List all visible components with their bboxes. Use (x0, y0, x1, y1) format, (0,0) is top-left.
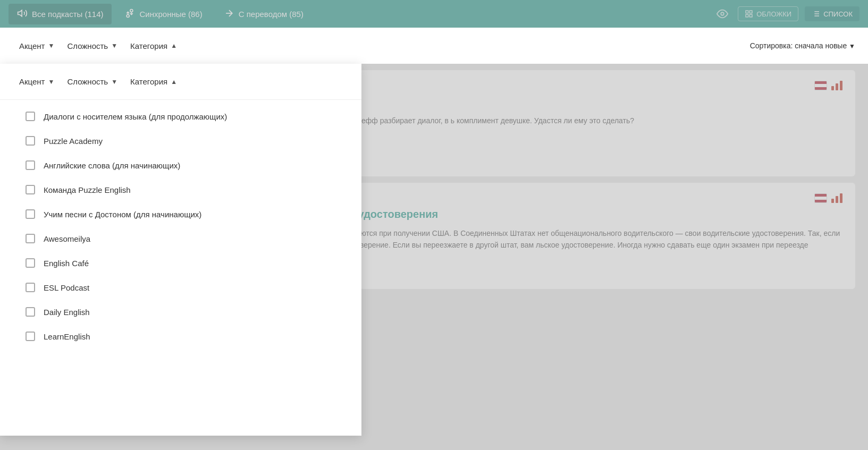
checkbox-words[interactable] (26, 160, 35, 170)
accent-chevron-icon: ▼ (48, 42, 55, 49)
category-item-esl-podcast[interactable]: ESL Podcast (0, 275, 361, 300)
category-item-awesomeilya[interactable]: Awesomeilya (0, 226, 361, 251)
us-flag-icon-2 (814, 193, 827, 203)
level-bars-1 (831, 81, 842, 90)
category-daily-english-label: Daily English (44, 308, 90, 317)
sort-dropdown[interactable]: Сортировка: сначала новые ▼ (750, 41, 855, 50)
list-view-label: СПИСОК (823, 10, 853, 18)
category-item-words[interactable]: Английские слова (для начинающих) (0, 153, 361, 177)
dropdown-complexity-filter[interactable]: Сложность ▼ (61, 73, 124, 90)
filter-bar: Акцент ▼ Сложность ▼ Категория ▲ Сортиро… (0, 28, 868, 64)
category-songs-label: Учим песни с Достоном (для начинающих) (44, 210, 201, 219)
svg-rect-10 (750, 14, 753, 17)
svg-rect-8 (750, 11, 753, 13)
category-dropdown: Акцент ▼ Сложность ▼ Категория ▲ Диалоги… (0, 64, 361, 436)
covers-view-label: ОБЛОЖКИ (756, 10, 791, 18)
svg-point-2 (130, 9, 133, 12)
checkbox-team[interactable] (26, 185, 35, 194)
svg-point-1 (127, 14, 130, 17)
category-item-dialogs[interactable]: Диалоги с носителем языка (для продолжаю… (0, 104, 361, 129)
category-filter-label: Категория (130, 41, 167, 50)
dropdown-accent-filter[interactable]: Акцент ▼ (13, 73, 61, 90)
sort-label-text: Сортировка: сначала новые (750, 41, 847, 50)
category-words-label: Английские слова (для начинающих) (44, 161, 180, 170)
us-flag-icon-1 (814, 81, 827, 90)
nav-all-podcasts-label: Все подкасты (114) (32, 10, 103, 19)
main-content: Акцент ▼ Сложность ▼ Категория ▲ Диалоги… (0, 64, 868, 295)
sync-icon (124, 8, 135, 20)
svg-point-6 (721, 12, 724, 15)
dropdown-category-filter[interactable]: Категория ▲ (124, 73, 183, 90)
category-dialogs-label: Диалоги с носителем языка (для продолжаю… (44, 112, 227, 121)
dropdown-complexity-label: Сложность (67, 77, 108, 86)
nav-translated-podcasts-label: С переводом (85) (239, 10, 304, 19)
category-item-team[interactable]: Команда Puzzle English (0, 177, 361, 202)
top-navigation: Все подкасты (114) Синхронные (86) С пер… (0, 0, 868, 28)
category-item-english-cafe[interactable]: English Café (0, 251, 361, 275)
list-view-button[interactable]: СПИСОК (805, 6, 859, 21)
checkbox-awesomeilya[interactable] (26, 234, 35, 243)
nav-sync-podcasts[interactable]: Синхронные (86) (116, 4, 210, 24)
category-team-label: Команда Puzzle English (44, 185, 131, 194)
category-english-cafe-label: English Café (44, 259, 89, 268)
category-filter[interactable]: Категория ▲ (124, 37, 183, 55)
checkbox-esl-podcast[interactable] (26, 283, 35, 292)
dropdown-accent-label: Акцент (19, 77, 45, 86)
category-awesomeilya-label: Awesomeilya (44, 234, 90, 243)
category-puzzle-label: Puzzle Academy (44, 137, 103, 146)
dropdown-category-label: Категория (130, 77, 167, 86)
complexity-filter-label: Сложность (67, 41, 108, 50)
checkbox-songs[interactable] (26, 209, 35, 219)
category-learn-english-label: LearnEnglish (44, 332, 90, 341)
accent-filter[interactable]: Акцент ▼ (13, 37, 61, 55)
checkbox-english-cafe[interactable] (26, 258, 35, 268)
covers-view-button[interactable]: ОБЛОЖКИ (738, 6, 798, 21)
eye-icon-button[interactable] (713, 5, 731, 23)
dropdown-filter-header: Акцент ▼ Сложность ▼ Категория ▲ (0, 64, 361, 100)
checkbox-learn-english[interactable] (26, 332, 35, 341)
category-item-puzzle[interactable]: Puzzle Academy (0, 129, 361, 153)
checkbox-daily-english[interactable] (26, 307, 35, 317)
sort-chevron-icon: ▼ (849, 43, 855, 50)
view-controls: ОБЛОЖКИ СПИСОК (713, 5, 859, 23)
checkbox-puzzle[interactable] (26, 136, 35, 146)
svg-marker-0 (18, 10, 22, 16)
category-dropdown-items: Диалоги с носителем языка (для продолжаю… (0, 100, 361, 353)
nav-sync-podcasts-label: Синхронные (86) (139, 10, 202, 19)
level-bars-2 (831, 193, 842, 203)
category-item-songs[interactable]: Учим песни с Достоном (для начинающих) (0, 202, 361, 226)
category-esl-podcast-label: ESL Podcast (44, 283, 89, 292)
volume-icon (17, 8, 28, 20)
nav-translated-podcasts[interactable]: С переводом (85) (215, 4, 312, 24)
nav-all-podcasts[interactable]: Все подкасты (114) (9, 4, 112, 24)
translate-icon (224, 8, 234, 20)
category-item-learn-english[interactable]: LearnEnglish (0, 324, 361, 349)
complexity-chevron-icon: ▼ (111, 42, 117, 49)
svg-rect-7 (746, 11, 748, 13)
checkbox-dialogs[interactable] (26, 112, 35, 121)
category-item-daily-english[interactable]: Daily English (0, 300, 361, 324)
svg-rect-9 (746, 14, 748, 17)
category-chevron-icon: ▲ (171, 42, 177, 49)
complexity-filter[interactable]: Сложность ▼ (61, 37, 124, 55)
accent-filter-label: Акцент (19, 41, 45, 50)
